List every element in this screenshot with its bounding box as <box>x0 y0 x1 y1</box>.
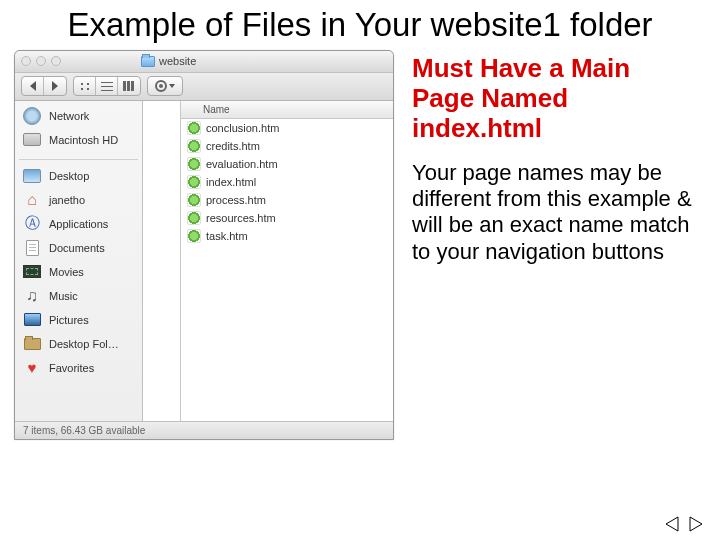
sidebar-item-network[interactable]: Network <box>15 104 142 128</box>
forward-button[interactable] <box>44 77 66 95</box>
heart-icon: ♥ <box>21 359 43 377</box>
nav-back-forward <box>21 76 67 96</box>
sidebar-item-pictures[interactable]: Pictures <box>15 308 142 332</box>
action-menu[interactable] <box>147 76 183 96</box>
column-view-icon <box>123 81 135 91</box>
sidebar-item-applications[interactable]: Ⓐ Applications <box>15 212 142 236</box>
gear-icon <box>155 80 167 92</box>
zoom-icon[interactable] <box>51 56 61 66</box>
html-file-icon <box>187 175 201 189</box>
globe-icon <box>21 107 43 125</box>
callout-heading: Must Have a Main Page Named index.html <box>412 54 696 144</box>
pictures-icon <box>21 311 43 329</box>
sidebar-item-desktop-folder[interactable]: Desktop Fol… <box>15 332 142 356</box>
sidebar-item-label: Favorites <box>49 362 94 374</box>
sidebar-item-label: Network <box>49 110 89 122</box>
folder-icon <box>21 335 43 353</box>
column-view-button[interactable] <box>118 77 140 95</box>
file-name: credits.htm <box>206 140 260 152</box>
close-icon[interactable] <box>21 56 31 66</box>
triangle-right-icon <box>688 516 704 532</box>
finder-toolbar <box>15 73 393 101</box>
file-name: process.htm <box>206 194 266 206</box>
home-icon: ⌂ <box>21 191 43 209</box>
movies-icon <box>21 263 43 281</box>
chevron-left-icon <box>30 81 36 91</box>
sidebar-item-movies[interactable]: Movies <box>15 260 142 284</box>
file-name: index.html <box>206 176 256 188</box>
window-titlebar[interactable]: website <box>15 51 393 73</box>
file-row[interactable]: process.htm <box>181 191 393 209</box>
html-file-icon <box>187 229 201 243</box>
file-row[interactable]: evaluation.htm <box>181 155 393 173</box>
file-list: Name conclusion.htm credits.htm evaluati… <box>181 101 393 421</box>
window-controls <box>21 56 61 66</box>
html-file-icon <box>187 211 201 225</box>
finder-sidebar: Network Macintosh HD Desktop ⌂ janetho Ⓐ <box>15 101 143 421</box>
file-name: conclusion.htm <box>206 122 279 134</box>
triangle-left-icon <box>664 516 680 532</box>
desktop-icon <box>21 167 43 185</box>
slide-title: Example of Files in Your website1 folder <box>0 0 720 50</box>
hard-drive-icon <box>21 131 43 149</box>
slide-nav <box>662 516 706 532</box>
sidebar-item-label: janetho <box>49 194 85 206</box>
body-text: Your page names may be different from th… <box>412 160 696 266</box>
file-row[interactable]: task.htm <box>181 227 393 245</box>
html-file-icon <box>187 193 201 207</box>
view-switcher <box>73 76 141 96</box>
sidebar-item-label: Applications <box>49 218 108 230</box>
sidebar-item-label: Desktop <box>49 170 89 182</box>
chevron-down-icon <box>169 84 175 88</box>
documents-icon <box>21 239 43 257</box>
list-view-button[interactable] <box>96 77 118 95</box>
music-icon: ♫ <box>21 287 43 305</box>
sidebar-item-label: Pictures <box>49 314 89 326</box>
file-row[interactable]: resources.htm <box>181 209 393 227</box>
file-name: resources.htm <box>206 212 276 224</box>
prev-slide-button[interactable] <box>662 516 682 532</box>
folder-icon <box>141 56 155 67</box>
back-button[interactable] <box>22 77 44 95</box>
sidebar-item-home[interactable]: ⌂ janetho <box>15 188 142 212</box>
finder-window: website Network <box>14 50 394 440</box>
minimize-icon[interactable] <box>36 56 46 66</box>
next-slide-button[interactable] <box>686 516 706 532</box>
svg-marker-1 <box>690 517 702 531</box>
column-header-name[interactable]: Name <box>181 101 393 119</box>
sidebar-item-favorites[interactable]: ♥ Favorites <box>15 356 142 380</box>
file-name: task.htm <box>206 230 248 242</box>
file-name: evaluation.htm <box>206 158 278 170</box>
sidebar-item-label: Desktop Fol… <box>49 338 119 350</box>
sidebar-item-macintosh-hd[interactable]: Macintosh HD <box>15 128 142 152</box>
sidebar-item-music[interactable]: ♫ Music <box>15 284 142 308</box>
sidebar-item-desktop[interactable]: Desktop <box>15 164 142 188</box>
svg-marker-0 <box>666 517 678 531</box>
sidebar-item-label: Movies <box>49 266 84 278</box>
html-file-icon <box>187 121 201 135</box>
chevron-right-icon <box>52 81 58 91</box>
icon-view-button[interactable] <box>74 77 96 95</box>
html-file-icon <box>187 157 201 171</box>
window-title: website <box>141 55 196 67</box>
sidebar-separator <box>19 154 138 160</box>
window-title-text: website <box>159 55 196 67</box>
file-row[interactable]: index.html <box>181 173 393 191</box>
icon-view-icon <box>79 81 91 91</box>
sidebar-item-label: Music <box>49 290 78 302</box>
file-row[interactable]: credits.htm <box>181 137 393 155</box>
sidebar-item-label: Documents <box>49 242 105 254</box>
list-view-icon <box>101 81 113 91</box>
finder-column-spacer <box>143 101 181 421</box>
applications-icon: Ⓐ <box>21 215 43 233</box>
status-bar: 7 items, 66.43 GB available <box>15 421 393 439</box>
sidebar-item-documents[interactable]: Documents <box>15 236 142 260</box>
html-file-icon <box>187 139 201 153</box>
file-row[interactable]: conclusion.htm <box>181 119 393 137</box>
sidebar-item-label: Macintosh HD <box>49 134 118 146</box>
